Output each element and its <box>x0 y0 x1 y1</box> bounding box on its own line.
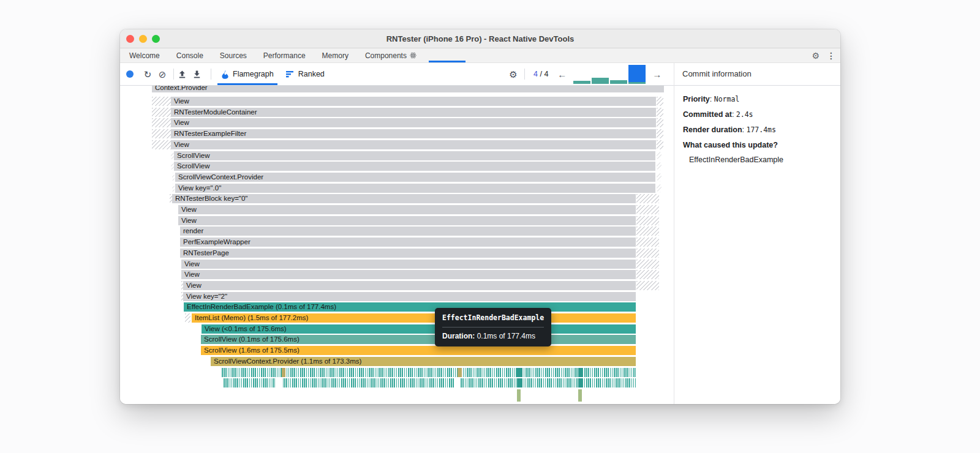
commit-information-header: Commit information <box>682 63 752 85</box>
flame-leaf-bar[interactable] <box>578 389 582 402</box>
flame-bar[interactable]: render <box>180 226 636 236</box>
settings-gear-icon[interactable]: ⚙ <box>812 51 820 60</box>
main-tabbar: WelcomeConsoleSourcesPerformanceMemoryCo… <box>120 48 840 63</box>
hatch-right <box>636 226 659 236</box>
tab-console[interactable]: Console <box>176 48 203 62</box>
flame-bar[interactable]: View <box>181 270 636 279</box>
hatch-left <box>152 97 171 106</box>
import-profile-icon[interactable] <box>178 70 192 79</box>
committed-at-label: Committed at <box>683 110 732 119</box>
priority-line: Priority: Normal <box>683 94 840 104</box>
commit-selector-chart[interactable] <box>573 65 646 84</box>
hatch-right <box>636 270 659 279</box>
flame-bar[interactable]: ScrollView <box>174 151 655 160</box>
flame-bar[interactable]: EffectInRenderBadExample (0.1ms of 177.4… <box>184 302 636 312</box>
tab-label: Components <box>365 51 407 60</box>
hatch-left <box>172 173 175 182</box>
next-commit-arrow-icon[interactable]: → <box>652 69 662 80</box>
profiler-settings-gear-icon[interactable]: ⚙ <box>506 70 521 79</box>
flame-stripe-row[interactable] <box>222 368 636 377</box>
render-duration-value: 177.4ms <box>747 125 776 134</box>
tab-components[interactable]: Components <box>365 48 417 62</box>
flame-bar[interactable]: Context.Provider <box>152 86 664 92</box>
tab-profiler-selected[interactable] <box>429 48 466 62</box>
flame-bar[interactable]: RNTesterModuleContainer <box>171 108 656 117</box>
flame-icon <box>221 70 229 79</box>
cause-label: What caused this update? <box>683 141 778 149</box>
commit-bar[interactable] <box>610 65 627 84</box>
reload-and-profile-icon[interactable]: ↻ <box>140 70 155 79</box>
priority-value: Normal <box>714 95 740 103</box>
tab-sources[interactable]: Sources <box>220 48 247 62</box>
flame-bar[interactable]: View (<0.1ms of 175.6ms) <box>202 324 636 334</box>
cause-component[interactable]: EffectInRenderBadExample <box>683 155 840 164</box>
hatch-left <box>152 129 171 138</box>
flame-bar[interactable]: View <box>181 260 636 269</box>
flame-bar[interactable]: View <box>183 281 636 290</box>
flame-bar[interactable]: ScrollView (0.1ms of 175.6ms) <box>201 335 636 344</box>
flame-bar[interactable]: ItemList (Memo) (1.5ms of 177.2ms) <box>192 313 636 323</box>
flame-bar[interactable]: View key="2" <box>183 292 636 301</box>
tab-ranked[interactable]: Ranked <box>280 63 331 85</box>
commit-bar-selected[interactable] <box>628 65 646 84</box>
flame-bar[interactable]: ScrollView <box>174 162 655 171</box>
tab-welcome[interactable]: Welcome <box>129 48 160 62</box>
flame-bar[interactable]: ScrollView (1.6ms of 175.5ms) <box>201 346 636 355</box>
hatch-left <box>181 292 183 301</box>
flame-bar[interactable]: RNTesterBlock key="0" <box>172 194 636 203</box>
commit-counter-separator: / <box>540 70 541 78</box>
commit-bar-fill <box>628 65 646 82</box>
flame-bar[interactable]: View <box>178 216 636 225</box>
hatch-right <box>636 194 659 203</box>
hatch-left <box>170 194 172 203</box>
tab-flamegraph[interactable]: Flamegraph <box>215 63 280 85</box>
commit-current: 4 <box>533 70 538 78</box>
toolbar-separator <box>173 69 174 80</box>
flame-bar[interactable]: PerfExampleWrapper <box>180 238 636 247</box>
hatch-right <box>636 205 659 214</box>
hatch-left <box>171 151 174 160</box>
hatch-right <box>636 216 659 225</box>
record-profiling-button[interactable] <box>126 70 134 78</box>
flame-stripe-row[interactable] <box>224 378 636 387</box>
render-duration-label: Render duration <box>683 125 742 134</box>
previous-commit-arrow-icon[interactable]: ← <box>557 69 567 80</box>
commit-bar-baseline <box>628 82 646 84</box>
flame-leaf-bar[interactable] <box>517 389 521 402</box>
tab-performance[interactable]: Performance <box>263 48 306 62</box>
flame-bar[interactable]: ScrollViewContext.Provider <box>175 173 655 182</box>
stripe-segment <box>282 368 285 377</box>
flame-bar[interactable]: View key=".0" <box>175 184 655 193</box>
flame-bar[interactable]: View <box>171 97 656 106</box>
flame-bar[interactable]: View <box>171 118 656 127</box>
clear-profiling-icon[interactable]: ⊘ <box>155 70 170 79</box>
flame-bar[interactable]: ScrollViewContext.Provider (1.1ms of 173… <box>211 357 636 366</box>
export-profile-icon[interactable] <box>192 70 207 79</box>
commit-bar-fill <box>592 78 609 84</box>
flame-bar[interactable]: View <box>171 140 656 149</box>
hatch-right <box>657 118 663 127</box>
more-options-kebab-icon[interactable]: ⋮ <box>827 51 835 60</box>
hatch-right <box>657 97 663 106</box>
hatch-right <box>657 129 663 138</box>
tooltip-component-name: EffectInRenderBadExample <box>442 313 544 322</box>
toolbar-separator <box>524 69 525 80</box>
flame-bar[interactable]: RNTesterExampleFilter <box>171 129 656 138</box>
flame-bar[interactable]: RNTesterPage <box>180 249 636 258</box>
tab-memory[interactable]: Memory <box>322 48 349 62</box>
main-tabs: WelcomeConsoleSourcesPerformanceMemoryCo… <box>129 48 417 62</box>
flamegraph: EffectInRenderBadExample Duration: 0.1ms… <box>120 86 674 404</box>
tooltip-duration-label: Duration: <box>442 332 475 340</box>
hatch-left <box>185 313 190 323</box>
flame-bar[interactable]: View <box>178 205 636 214</box>
tab-label: Console <box>176 51 203 60</box>
hatch-right <box>636 260 659 269</box>
commit-bar[interactable] <box>592 65 609 84</box>
commit-bar[interactable] <box>573 65 590 84</box>
tab-label: Welcome <box>129 51 160 60</box>
profiler-toolbar: ↻ ⊘ Flamegraph Ranked <box>120 63 840 86</box>
tab-label: Performance <box>263 51 306 60</box>
hatch-left <box>172 184 175 193</box>
ranked-icon <box>286 70 295 78</box>
stripe-segment <box>578 378 582 387</box>
